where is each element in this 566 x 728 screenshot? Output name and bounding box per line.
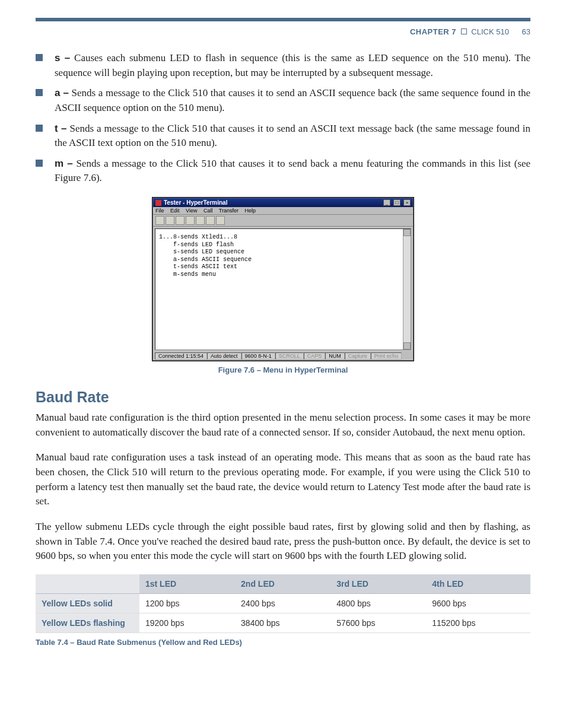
menu-edit[interactable]: Edit xyxy=(170,208,180,214)
toolbar-new-icon[interactable] xyxy=(155,216,164,225)
command-list: s – Causes each submenu LED to flash in … xyxy=(36,51,530,186)
menu-view[interactable]: View xyxy=(186,208,197,214)
table-header: 3rd LED xyxy=(330,574,426,594)
menu-bar: File Edit View Call Transfer Help xyxy=(153,207,413,215)
toolbar-call-icon[interactable] xyxy=(176,216,185,225)
square-bullet-icon xyxy=(36,125,43,132)
toolbar-send-icon[interactable] xyxy=(196,216,205,225)
minimize-button[interactable]: _ xyxy=(383,199,390,206)
toolbar-props-icon[interactable] xyxy=(216,216,225,225)
status-bar: Connected 1:15:54 Auto detect 9600 8-N-1… xyxy=(153,352,413,360)
command-key: s – xyxy=(55,52,70,63)
table-cell: 38400 bps xyxy=(235,613,330,632)
square-bullet-icon xyxy=(36,160,43,167)
maximize-button[interactable]: □ xyxy=(393,199,400,206)
terminal-line: f-sends LED flash xyxy=(159,241,234,248)
command-item: s – Causes each submenu LED to flash in … xyxy=(36,51,530,80)
terminal-line: m-sends menu xyxy=(159,271,216,278)
status-caps: CAPS xyxy=(304,352,326,360)
row-label: Yellow LEDs flashing xyxy=(36,613,139,632)
table-row: Yellow LEDs solid 1200 bps 2400 bps 4800… xyxy=(36,593,530,613)
command-text: Sends a message to the Click 510 that ca… xyxy=(55,87,530,113)
chapter-label: CHAPTER 7 xyxy=(410,27,456,36)
window-titlebar: Tester - HyperTerminal _ □ × xyxy=(153,198,413,207)
page-content: CHAPTER 7 CLICK 510 63 s – Causes each s… xyxy=(0,0,566,670)
table-header-row: 1st LED 2nd LED 3rd LED 4th LED xyxy=(36,574,530,594)
row-label: Yellow LEDs solid xyxy=(36,593,139,613)
status-params: 9600 8-N-1 xyxy=(241,352,275,360)
body-paragraph: Manual baud rate configuration is the th… xyxy=(36,411,530,440)
table-cell: 9600 bps xyxy=(426,593,530,613)
section-heading: Baud Rate xyxy=(36,389,530,406)
command-key: a – xyxy=(55,87,69,98)
command-key: m – xyxy=(55,158,73,169)
scrollbar[interactable] xyxy=(403,229,411,349)
table-header: 2nd LED xyxy=(235,574,330,594)
command-text: Sends a message to the Click 510 that ca… xyxy=(55,158,530,184)
command-text: Sends a message to the Click 510 that ca… xyxy=(55,123,530,149)
menu-help[interactable]: Help xyxy=(245,208,256,214)
status-printecho: Print echo xyxy=(371,352,402,360)
page-number: 63 xyxy=(522,27,530,36)
close-button[interactable]: × xyxy=(403,199,411,206)
table-row: Yellow LEDs flashing 19200 bps 38400 bps… xyxy=(36,613,530,632)
status-num: NUM xyxy=(325,352,345,360)
status-connected: Connected 1:15:54 xyxy=(155,352,207,360)
table-cell: 2400 bps xyxy=(235,593,330,613)
menu-call[interactable]: Call xyxy=(203,208,213,214)
table-cell: 4800 bps xyxy=(330,593,426,613)
table-cell: 115200 bps xyxy=(426,613,530,632)
hyperterminal-window: Tester - HyperTerminal _ □ × File Edit V… xyxy=(152,198,414,361)
body-paragraph: Manual baud rate configuration uses a ta… xyxy=(36,450,530,509)
toolbar-hangup-icon[interactable] xyxy=(186,216,195,225)
terminal-line: t-sends ASCII text xyxy=(159,263,237,270)
terminal-output[interactable]: 1...8-sends Xtled1...8 f-sends LED flash… xyxy=(155,228,411,350)
body-paragraph: The yellow submenu LEDs cycle through th… xyxy=(36,520,530,564)
scroll-up-icon[interactable] xyxy=(403,229,411,236)
toolbar xyxy=(153,215,413,227)
baud-rate-table: 1st LED 2nd LED 3rd LED 4th LED Yellow L… xyxy=(36,574,530,633)
table-header-empty xyxy=(36,574,139,594)
square-bullet-icon xyxy=(36,54,43,61)
table-cell: 1200 bps xyxy=(139,593,235,613)
hyperterminal-figure: Tester - HyperTerminal _ □ × File Edit V… xyxy=(36,198,530,361)
command-item: t – Sends a message to the Click 510 tha… xyxy=(36,122,530,151)
status-scroll: SCROLL xyxy=(275,352,304,360)
chapter-title: CLICK 510 xyxy=(471,27,509,36)
scroll-down-icon[interactable] xyxy=(403,342,411,349)
terminal-line: 1...8-sends Xtled1...8 xyxy=(159,234,237,240)
status-detect: Auto detect xyxy=(207,352,241,360)
window-title: Tester - HyperTerminal xyxy=(164,199,380,206)
command-item: a – Sends a message to the Click 510 tha… xyxy=(36,86,530,115)
menu-file[interactable]: File xyxy=(155,208,164,214)
page-header: CHAPTER 7 CLICK 510 63 xyxy=(36,27,530,36)
app-icon xyxy=(155,200,161,206)
command-key: t – xyxy=(55,123,67,134)
status-capture: Capture xyxy=(345,352,371,360)
square-bullet-icon xyxy=(36,89,43,96)
terminal-line: a-sends ASCII sequence xyxy=(159,256,252,263)
table-cell: 57600 bps xyxy=(330,613,426,632)
figure-caption: Figure 7.6 – Menu in HyperTerminal xyxy=(36,365,530,374)
table-header: 1st LED xyxy=(139,574,235,594)
table-header: 4th LED xyxy=(426,574,530,594)
toolbar-receive-icon[interactable] xyxy=(206,216,215,225)
header-separator-icon xyxy=(461,28,467,34)
table-cell: 19200 bps xyxy=(139,613,235,632)
terminal-line: s-sends LED sequence xyxy=(159,249,244,255)
table-caption: Table 7.4 – Baud Rate Submenus (Yellow a… xyxy=(36,638,530,647)
command-text: Causes each submenu LED to flash in sequ… xyxy=(55,52,530,78)
header-accent-bar xyxy=(36,18,530,21)
command-item: m – Sends a message to the Click 510 tha… xyxy=(36,157,530,186)
menu-transfer[interactable]: Transfer xyxy=(219,208,239,214)
toolbar-open-icon[interactable] xyxy=(166,216,174,225)
